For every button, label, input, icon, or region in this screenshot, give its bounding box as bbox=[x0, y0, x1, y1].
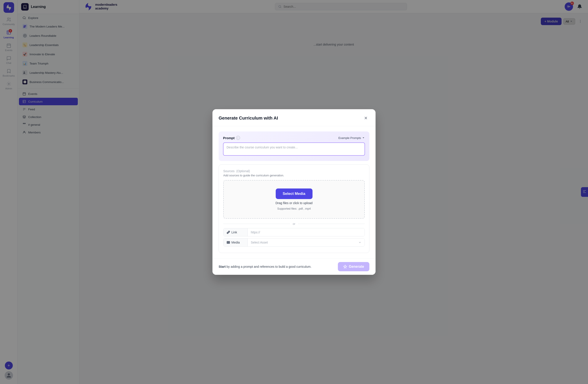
upload-hint: Drag files or click to upload bbox=[275, 201, 313, 205]
modal-body: Prompt i Example Prompts Sources (Option… bbox=[212, 126, 376, 258]
link-label: Link bbox=[224, 228, 248, 236]
media-select[interactable]: Select Asset bbox=[248, 238, 364, 246]
modal-overlay[interactable]: Generate Curriculum with AI Prompt i Exa… bbox=[0, 0, 588, 384]
media-label: Media bbox=[224, 238, 248, 246]
modal-close-button[interactable] bbox=[362, 115, 369, 121]
sparkle-icon bbox=[343, 265, 347, 269]
modal-footer: Start by adding a prompt and references … bbox=[212, 258, 376, 275]
generate-curriculum-modal: Generate Curriculum with AI Prompt i Exa… bbox=[212, 109, 376, 275]
upload-area[interactable]: Select Media Drag files or click to uplo… bbox=[223, 180, 365, 219]
prompt-textarea[interactable] bbox=[223, 142, 365, 156]
prompt-label: Prompt i bbox=[223, 136, 240, 140]
sources-title: Sources (Optional) bbox=[223, 169, 365, 173]
modal-header: Generate Curriculum with AI bbox=[212, 109, 376, 126]
chevron-down-icon bbox=[358, 241, 361, 244]
prompt-info-icon[interactable]: i bbox=[236, 136, 240, 140]
example-prompts-button[interactable]: Example Prompts bbox=[338, 136, 365, 140]
sources-subtitle: Add sources to guide the curriculum gene… bbox=[223, 174, 365, 177]
link-source-row: Link bbox=[223, 228, 365, 236]
or-divider: or bbox=[223, 222, 365, 226]
link-input[interactable] bbox=[248, 228, 364, 236]
link-icon bbox=[227, 230, 230, 234]
media-source-row: Media Select Asset bbox=[223, 238, 365, 247]
footer-hint: Start by adding a prompt and references … bbox=[219, 265, 311, 269]
upload-supported: Supported files: .pdf, .mp4 bbox=[277, 207, 311, 210]
generate-button[interactable]: Generate bbox=[338, 262, 369, 271]
media-icon bbox=[227, 241, 230, 244]
sources-section: Sources (Optional) Add sources to guide … bbox=[219, 164, 369, 253]
prompt-section: Prompt i Example Prompts bbox=[219, 132, 369, 161]
select-media-button[interactable]: Select Media bbox=[276, 189, 313, 199]
modal-title: Generate Curriculum with AI bbox=[219, 115, 278, 121]
